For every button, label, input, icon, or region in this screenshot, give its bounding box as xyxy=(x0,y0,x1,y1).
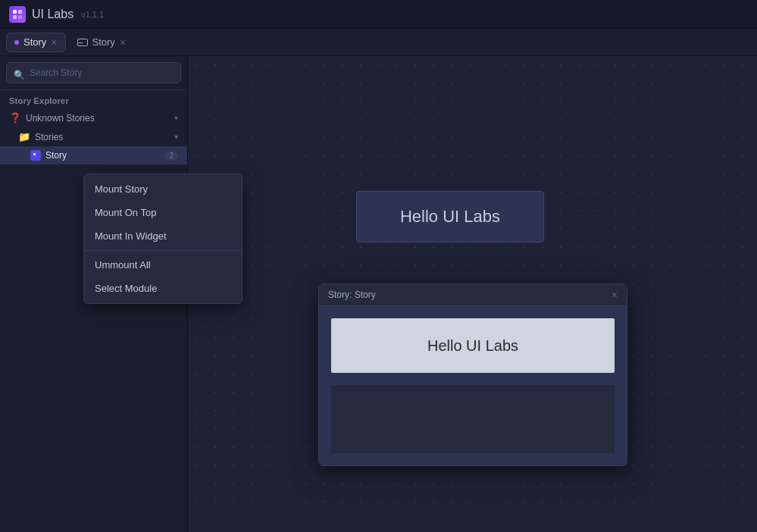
main-layout: 🔍 Story Explorer ❓ Unknown Stories ▾ 📁 S… xyxy=(0,56,757,532)
tab-close-2[interactable]: × xyxy=(120,37,126,48)
svg-rect-2 xyxy=(13,15,17,19)
folder-icon: 📁 xyxy=(18,131,30,142)
svg-rect-1 xyxy=(18,10,22,14)
titlebar: UI Labs v1.1.1 xyxy=(0,0,757,29)
widget-title: Story: Story xyxy=(328,289,376,300)
tab-widget-icon xyxy=(77,39,88,46)
context-mount-in-widget[interactable]: Mount In Widget xyxy=(84,224,242,248)
search-input[interactable] xyxy=(6,62,181,83)
widget-popup: Story: Story × Hello UI Labs xyxy=(318,283,627,466)
unknown-icon: ❓ xyxy=(9,112,21,124)
stories-chevron-icon: ▾ xyxy=(174,133,178,141)
svg-rect-0 xyxy=(13,10,17,14)
widget-content: Hello UI Labs xyxy=(319,306,627,465)
tab-story-2[interactable]: Story × xyxy=(69,33,135,52)
hello-text-widget: Hello UI Labs xyxy=(427,337,518,355)
widget-titlebar: Story: Story × xyxy=(319,284,627,306)
app-version: v1.1.1 xyxy=(81,10,104,19)
hello-box-main: Hello UI Labs xyxy=(356,191,544,243)
context-mount-story[interactable]: Mount Story xyxy=(84,177,242,201)
story-item-label: Story xyxy=(45,150,67,161)
context-divider xyxy=(84,250,242,251)
widget-close-button[interactable]: × xyxy=(612,289,618,301)
app-title: UI Labs xyxy=(32,8,74,21)
stories-label: Stories xyxy=(35,132,170,142)
tabbar: Story × Story × xyxy=(0,29,757,56)
context-menu: Mount Story Mount On Top Mount In Widget… xyxy=(83,174,242,304)
app-icon xyxy=(9,6,26,23)
story-tree-item[interactable]: Story 2 xyxy=(0,146,187,164)
story-explorer-label: Story Explorer xyxy=(0,90,187,108)
tab-story-1[interactable]: Story × xyxy=(6,33,66,52)
tab-dot-icon xyxy=(14,40,19,45)
canvas: Hello UI Labs Story: Story × Hello UI La… xyxy=(188,56,757,532)
context-mount-on-top[interactable]: Mount On Top xyxy=(84,201,242,224)
context-select-module[interactable]: Select Module xyxy=(84,277,242,300)
hello-text-main: Hello UI Labs xyxy=(400,207,500,227)
hello-box-widget: Hello UI Labs xyxy=(331,318,615,373)
tab-label-1: Story xyxy=(23,36,46,48)
story-item-icon xyxy=(30,150,41,161)
stories-section[interactable]: 📁 Stories ▾ xyxy=(0,127,187,146)
widget-bottom-area xyxy=(331,385,615,453)
svg-rect-5 xyxy=(33,153,36,155)
unknown-stories-section[interactable]: ❓ Unknown Stories ▾ xyxy=(0,108,187,127)
unknown-stories-label: Unknown Stories xyxy=(26,113,170,124)
search-box: 🔍 xyxy=(0,56,187,90)
svg-rect-3 xyxy=(18,15,22,19)
tab-label-2: Story xyxy=(92,36,115,48)
story-badge: 2 xyxy=(164,151,178,161)
unknown-chevron-icon: ▾ xyxy=(174,114,178,122)
tab-close-1[interactable]: × xyxy=(51,37,57,48)
context-ummount-all[interactable]: Ummount All xyxy=(84,253,242,277)
sidebar: 🔍 Story Explorer ❓ Unknown Stories ▾ 📁 S… xyxy=(0,56,188,532)
